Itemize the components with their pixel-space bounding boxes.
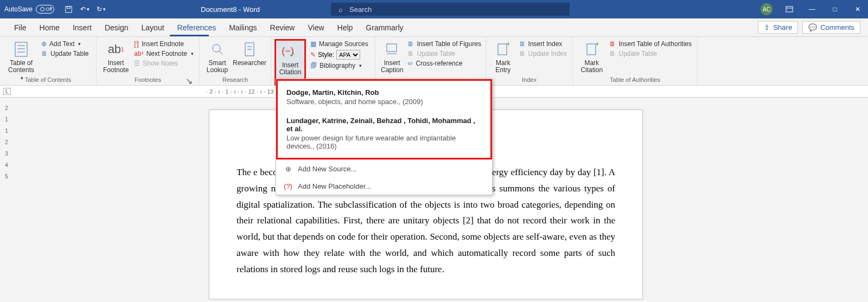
researcher-button[interactable]: Researcher	[234, 39, 265, 67]
titlebar: AutoSave Off ↶▾ ↻▾ Document8 - Word ⌕ Se…	[0, 0, 868, 18]
tab-insert[interactable]: Insert	[66, 18, 98, 36]
update-index-icon: 🗎	[519, 50, 526, 57]
maximize-icon[interactable]: □	[829, 3, 841, 15]
update-icon: 🗎	[407, 50, 414, 57]
insert-caption-button[interactable]: Insert Caption	[381, 39, 403, 74]
svg-point-8	[213, 44, 220, 52]
manage-sources-icon: ▦	[310, 40, 316, 48]
svg-rect-4	[15, 42, 27, 56]
cross-reference-button[interactable]: ⬄Cross-reference	[407, 60, 481, 67]
next-footnote-button[interactable]: ab¹Next Footnote▾	[134, 50, 194, 57]
tab-mailings[interactable]: Mailings	[222, 18, 263, 36]
next-footnote-icon: ab¹	[134, 50, 143, 57]
insert-index-button[interactable]: 🗎Insert Index	[519, 40, 567, 48]
toc-icon	[13, 41, 29, 57]
mark-entry-button[interactable]: Mark Entry	[492, 39, 515, 74]
placeholder-icon: (?)	[284, 182, 292, 190]
citation-item-0[interactable]: Dodge, Martin, Kitchin, Rob Software, ob…	[278, 83, 490, 111]
save-icon[interactable]	[64, 5, 73, 14]
update-toc-button[interactable]: 🗎Update Table	[41, 50, 89, 57]
comments-button[interactable]: 💬Comments	[802, 21, 860, 34]
tab-layout[interactable]: Layout	[135, 18, 171, 36]
group-toc: Table of Contents▾ ⊕Add Text▾ 🗎Update Ta…	[0, 37, 97, 85]
insert-tof-button[interactable]: 🗎Insert Table of Figures	[407, 40, 481, 48]
close-icon[interactable]: ✕	[852, 3, 864, 15]
ribbon-display-icon[interactable]	[783, 3, 795, 15]
group-label-index: Index	[486, 75, 572, 84]
update-icon: 🗎	[41, 50, 48, 57]
manage-sources-button[interactable]: ▦Manage Sources	[310, 40, 368, 48]
autosave-label: AutoSave	[4, 5, 33, 13]
footnote-icon: ab1	[108, 41, 124, 57]
group-captions: Insert Caption 🗎Insert Table of Figures …	[375, 37, 486, 85]
share-button[interactable]: ⇪Share	[758, 21, 798, 34]
user-avatar[interactable]: AC	[761, 3, 773, 15]
smart-lookup-icon	[209, 41, 226, 57]
autosave-state[interactable]: Off	[36, 5, 54, 14]
add-source-icon: ⊕	[284, 164, 292, 173]
minimize-icon[interactable]: —	[806, 3, 818, 15]
insert-footnote-button[interactable]: ab1 Insert Footnote	[102, 39, 130, 74]
svg-line-9	[219, 51, 222, 54]
undo-icon[interactable]: ↶▾	[80, 5, 89, 14]
svg-rect-15	[498, 44, 507, 55]
citation-style-row: ✎ Style: APA	[310, 50, 368, 60]
caption-icon	[384, 41, 400, 57]
tab-stop-indicator[interactable]: L	[3, 88, 11, 95]
style-label: Style:	[318, 51, 334, 59]
tab-view[interactable]: View	[301, 18, 330, 36]
update-toa-button: 🗎Update Table	[609, 50, 692, 57]
update-caption-table-button: 🗎Update Table	[407, 50, 481, 57]
insert-endnote-button[interactable]: [ⁱ]Insert Endnote	[134, 40, 194, 48]
insert-citation-button[interactable]: (−)✔ Insert Citation▾	[277, 41, 304, 83]
mark-citation-icon	[584, 41, 600, 57]
group-index: Mark Entry 🗎Insert Index 🗎Update Index I…	[486, 37, 573, 85]
style-select[interactable]: APA	[336, 50, 360, 60]
mark-citation-button[interactable]: Mark Citation	[578, 39, 605, 74]
tab-review[interactable]: Review	[264, 18, 302, 36]
insert-toa-button[interactable]: 🗎Insert Table of Authorities	[609, 40, 692, 48]
update-toa-icon: 🗎	[609, 50, 616, 57]
citation-dropdown: Dodge, Martin, Kitchin, Rob Software, ob…	[276, 79, 493, 195]
comment-icon: 💬	[808, 23, 817, 31]
citation-desc: Software, objects, and home space., (200…	[286, 98, 482, 106]
tab-design[interactable]: Design	[98, 18, 135, 36]
autosave-toggle[interactable]: AutoSave Off	[4, 5, 54, 14]
citation-authors: Dodge, Martin, Kitchin, Rob	[286, 88, 482, 97]
citation-list-highlight: Dodge, Martin, Kitchin, Rob Software, ob…	[276, 79, 492, 159]
document-title: Document8 - Word	[201, 5, 260, 14]
group-toa: Mark Citation 🗎Insert Table of Authoriti…	[573, 37, 698, 85]
tab-home[interactable]: Home	[33, 18, 66, 36]
search-icon: ⌕	[339, 5, 343, 14]
style-icon: ✎	[310, 51, 316, 59]
svg-rect-0	[65, 6, 71, 12]
mark-entry-icon	[495, 41, 511, 57]
add-new-placeholder-button[interactable]: (?) Add New Placeholder...	[276, 177, 492, 195]
footnotes-dialog-launcher[interactable]: ↘	[184, 76, 194, 86]
group-footnotes: ab1 Insert Footnote [ⁱ]Insert Endnote ab…	[97, 37, 200, 85]
bibliography-icon: 🗐	[310, 62, 317, 69]
tab-grammarly[interactable]: Grammarly	[359, 18, 410, 36]
ribbon-tabs: File Home Insert Design Layout Reference…	[0, 18, 868, 37]
search-box[interactable]: ⌕ Search	[331, 3, 570, 16]
insert-index-icon: 🗎	[519, 40, 526, 48]
show-notes-button: ☰Show Notes	[134, 60, 194, 67]
redo-icon[interactable]: ↻▾	[97, 5, 105, 14]
tab-file[interactable]: File	[8, 18, 33, 36]
tab-help[interactable]: Help	[331, 18, 360, 36]
ruler-vertical[interactable]: 2 1 1 2 3 4 5	[2, 99, 11, 302]
svg-rect-2	[786, 7, 793, 12]
smart-lookup-button[interactable]: Smart Lookup	[205, 39, 229, 74]
bibliography-button[interactable]: 🗐Bibliography▾	[310, 62, 368, 69]
group-citations: (−)✔ Insert Citation▾ ▦Manage Sources ✎ …	[271, 37, 375, 85]
citation-authors: Lundager, Katrine, Zeinali, Behzad , Toh…	[286, 117, 482, 133]
researcher-icon	[241, 41, 258, 57]
svg-rect-13	[387, 44, 397, 52]
endnote-icon: [ⁱ]	[134, 40, 139, 48]
tab-references[interactable]: References	[171, 18, 223, 36]
add-text-button[interactable]: ⊕Add Text▾	[41, 40, 89, 48]
group-label-toa: Table of Authorities	[573, 75, 697, 84]
citation-item-1[interactable]: Lundager, Katrine, Zeinali, Behzad , Toh…	[278, 111, 490, 156]
add-new-source-button[interactable]: ⊕ Add New Source...	[276, 160, 492, 177]
group-label-research: Research	[200, 75, 271, 84]
